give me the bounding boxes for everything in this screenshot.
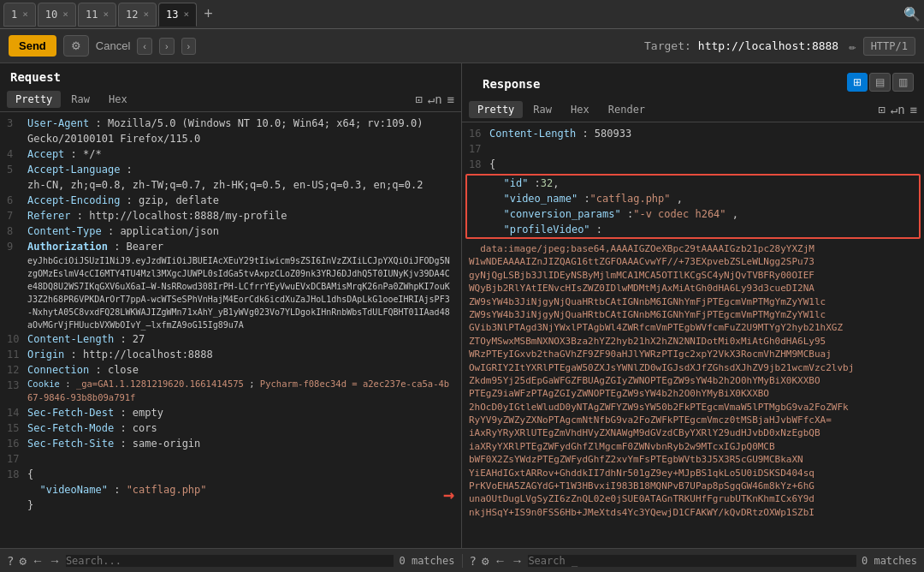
tab-11-close[interactable]: × (103, 9, 109, 20)
tab-render-response[interactable]: Render (600, 101, 654, 118)
line-3b: Gecko/20100101 Firefox/115.0 (0, 131, 461, 146)
red-arrow-icon: → (443, 480, 454, 509)
tab-12[interactable]: 12 × (118, 3, 157, 27)
status-left: ? ⚙ ← → 0 matches (0, 554, 462, 568)
highlight-box: "id" :32, "video_name" :"catflag.php" , … (465, 174, 921, 239)
status-back-button[interactable]: ← (32, 554, 44, 568)
view-toggle-buttons: ⊞ ▤ ▥ (847, 73, 914, 92)
line-16: 16 Sec-Fetch-Site : same-origin (0, 436, 461, 451)
grid-view-button[interactable]: ⊞ (847, 73, 868, 92)
status-forward-button[interactable]: → (49, 554, 61, 568)
resp-videoname-line: "video_name" :"catflag.php" , (467, 191, 919, 206)
line-10: 10 Content-Length : 27 (0, 331, 461, 347)
response-tab-strip: Pretty Raw Hex Render ⊡ ↵n ≡ (462, 98, 924, 122)
tab-1[interactable]: 1 × (3, 3, 36, 27)
resp-conversion-line: "conversion_params" :"-v codec h264" , (467, 206, 919, 222)
line-18: 18 { (0, 467, 461, 482)
line-9b: eyJhbGciOiJSUzI1NiJ9.eyJzdWIiOiJBUEIAcXE… (0, 254, 461, 331)
tab-13-label: 13 (166, 9, 178, 21)
line-12: 12 Connection : close (0, 362, 461, 378)
line-3: 3 User-Agent : Mozilla/5.0 (Windows NT 1… (0, 116, 461, 131)
http-version-badge: HTTP/1 (863, 37, 915, 56)
tab-pretty-request[interactable]: Pretty (7, 91, 61, 108)
resp-profilevideo-line: "profileVideo" : (467, 222, 919, 237)
base64-data: data:image/jpeg;base64,AAAAIGZOeXBpc29tA… (462, 241, 924, 521)
question-icon-right[interactable]: ? (470, 554, 477, 568)
line-7: 7 Referer : http://localhost:8888/my-pro… (0, 208, 461, 223)
target-url: http://localhost:8888 (698, 39, 838, 52)
response-ln-icon[interactable]: ↵n (891, 103, 905, 116)
cancel-button[interactable]: Cancel (96, 39, 130, 52)
tab-11[interactable]: 11 × (78, 3, 116, 27)
line-4: 4 Accept : */* (0, 146, 461, 162)
request-tab-icons: ⊡ ↵n ≡ (415, 92, 454, 106)
tab-bar: 1 × 10 × 11 × 12 × 13 × + 🔍 (0, 0, 924, 29)
list-view-button[interactable]: ▤ (869, 73, 891, 92)
toolbar: Send ⚙ Cancel ‹ › › Target: http://local… (0, 29, 924, 63)
compact-view-button[interactable]: ▥ (892, 73, 914, 92)
response-tab-icons: ⊡ ↵n ≡ (878, 103, 917, 116)
resp-line-16: 16 Content-Length : 580933 (462, 126, 924, 141)
target-label: Target: (644, 39, 691, 52)
status-right: ? ⚙ ← → 0 matches (462, 554, 925, 568)
tab-1-close[interactable]: × (22, 9, 28, 20)
line-15: 15 Sec-Fetch-Mode : cors (0, 420, 461, 436)
resp-line-18: 18 { (462, 157, 924, 172)
gear-button[interactable]: ⚙ (63, 35, 89, 57)
match-count-left: 0 matches (399, 555, 454, 567)
status-bar: ? ⚙ ← → 0 matches ? ⚙ ← → 0 matches (0, 548, 924, 572)
line-body-end: } (0, 498, 461, 513)
tab-10[interactable]: 10 × (38, 3, 76, 27)
tab-hex-request[interactable]: Hex (100, 91, 136, 108)
line-9: 9 Authorization : Bearer (0, 239, 461, 254)
response-copy-icon[interactable]: ⊡ (878, 103, 885, 116)
edit-icon[interactable]: ✏ (849, 39, 856, 53)
tab-11-label: 11 (86, 9, 98, 21)
nav-forward-button[interactable]: › (159, 38, 175, 55)
tab-pretty-response[interactable]: Pretty (469, 101, 523, 118)
response-content: 16 Content-Length : 580933 17 18 { "id" … (462, 122, 924, 548)
request-tab-strip: Pretty Raw Hex ⊡ ↵n ≡ (0, 87, 461, 112)
line-body-key: "videoName" : "catflag.php" → (0, 482, 461, 498)
match-count-right: 0 matches (862, 555, 917, 567)
request-content: 3 User-Agent : Mozilla/5.0 (Windows NT 1… (0, 112, 461, 548)
main-content: Request Pretty Raw Hex ⊡ ↵n ≡ 3 User-Age… (0, 63, 924, 548)
request-ln-icon[interactable]: ↵n (428, 92, 442, 106)
status-forward-button-right[interactable]: → (511, 554, 523, 568)
search-input-right[interactable] (528, 555, 856, 567)
status-back-button-right[interactable]: ← (494, 554, 506, 568)
tab-1-label: 1 (11, 9, 17, 21)
request-wrap-icon[interactable]: ≡ (447, 92, 454, 106)
line-13: 13 Cookie : _ga=GA1.1.1281219620.1661414… (0, 378, 461, 405)
line-17: 17 (0, 451, 461, 467)
gear-icon-left[interactable]: ⚙ (19, 554, 26, 568)
request-copy-icon[interactable]: ⊡ (415, 92, 422, 106)
tab-12-label: 12 (126, 9, 138, 21)
tab-10-label: 10 (45, 9, 57, 21)
line-11: 11 Origin : http://localhost:8888 (0, 347, 461, 362)
resp-id-line: "id" :32, (467, 176, 919, 191)
tab-hex-response[interactable]: Hex (562, 101, 598, 118)
send-button[interactable]: Send (9, 35, 56, 57)
tab-search-icon[interactable]: 🔍 (903, 6, 921, 22)
response-title: Response (472, 70, 550, 94)
tab-raw-response[interactable]: Raw (524, 101, 560, 118)
nav-next-button[interactable]: › (181, 38, 197, 55)
gear-icon-right[interactable]: ⚙ (482, 554, 489, 568)
tab-13-close[interactable]: × (184, 9, 190, 20)
response-panel: Response ⊞ ▤ ▥ Pretty Raw Hex Render ⊡ ↵… (462, 63, 924, 548)
search-input-left[interactable] (66, 555, 394, 567)
question-icon-left[interactable]: ? (7, 554, 14, 568)
line-5b: zh-CN, zh;q=0.8, zh-TW;q=0.7, zh-HK;q=0.… (0, 177, 461, 193)
tab-12-close[interactable]: × (143, 9, 149, 20)
line-6: 6 Accept-Encoding : gzip, deflate (0, 193, 461, 208)
response-wrap-icon[interactable]: ≡ (910, 103, 917, 116)
request-panel: Request Pretty Raw Hex ⊡ ↵n ≡ 3 User-Age… (0, 63, 462, 548)
nav-back-button[interactable]: ‹ (137, 38, 152, 55)
tab-10-close[interactable]: × (62, 9, 68, 20)
line-14: 14 Sec-Fetch-Dest : empty (0, 405, 461, 420)
tab-raw-request[interactable]: Raw (62, 91, 98, 108)
resp-line-17: 17 (462, 141, 924, 157)
add-tab-button[interactable]: + (198, 5, 218, 23)
tab-13[interactable]: 13 × (158, 3, 197, 27)
